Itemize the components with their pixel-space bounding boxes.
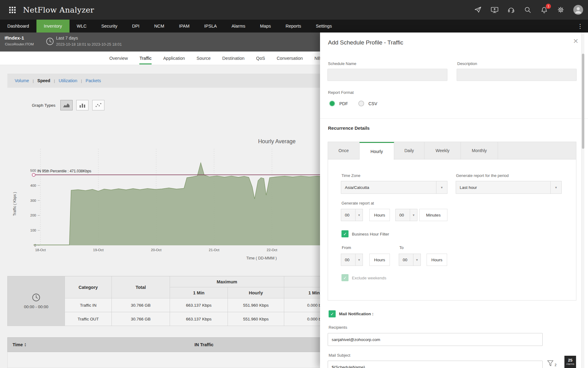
pdf-radio-label: PDF <box>339 101 348 106</box>
table-row-cell: 30.766 GB <box>112 312 170 326</box>
nav-item-wlc[interactable]: WLC <box>70 20 94 33</box>
recipients-input[interactable] <box>328 333 543 346</box>
notifications-bell-icon[interactable]: 1 <box>540 6 548 14</box>
mail-subject-label: Mail Subject <box>329 353 350 358</box>
search-icon[interactable] <box>524 6 532 14</box>
period-dropdown[interactable]: Last hour ▾ <box>456 181 562 194</box>
subtab-speed[interactable]: Speed <box>37 78 50 83</box>
recurrence-tab-weekly[interactable]: Weekly <box>424 142 461 159</box>
schedule-name-input[interactable] <box>327 69 447 81</box>
svg-text:Traffic ( Kbps ): Traffic ( Kbps ) <box>13 192 17 216</box>
recurrence-tab-once[interactable]: Once <box>328 142 360 159</box>
table-row-cell: 663.137 Kbps <box>170 298 228 312</box>
nav-item-reports[interactable]: Reports <box>278 20 309 33</box>
recurrence-tab-monthly[interactable]: Monthly <box>461 142 498 159</box>
support-headset-icon[interactable] <box>507 6 515 14</box>
generate-hours-select[interactable]: 00 ▾ <box>341 209 363 221</box>
tab-application[interactable]: Application <box>157 52 191 65</box>
close-icon[interactable]: × <box>573 37 578 45</box>
settings-gear-icon[interactable] <box>557 6 565 14</box>
csv-radio[interactable] <box>358 101 364 106</box>
subtab-volume[interactable]: Volume <box>15 78 29 83</box>
svg-text:20-Oct: 20-Oct <box>151 248 162 252</box>
svg-text:22-Oct: 22-Oct <box>267 248 277 252</box>
col-header-total: Total <box>112 276 170 298</box>
user-avatar[interactable] <box>573 5 583 15</box>
tab-source[interactable]: Source <box>191 52 217 65</box>
graph-type-scatter-button[interactable] <box>92 100 104 110</box>
report-format-label: Report Format <box>328 90 354 95</box>
subtab-utilization[interactable]: Utilization <box>59 78 77 83</box>
hours-unit-label: Hours <box>369 209 390 221</box>
mail-notification-checkbox[interactable]: ✓ <box>329 310 336 317</box>
chevron-down-icon: ▾ <box>413 254 420 266</box>
table-row-cell: 30.766 GB <box>112 298 170 312</box>
device-name: IfIndex-1 <box>5 35 24 41</box>
filter-count: 2 <box>555 363 556 367</box>
scrollbar-thumb[interactable] <box>582 54 584 149</box>
nav-item-ipsla[interactable]: IPSLA <box>197 20 224 33</box>
device-detail: CiscoRouter.ITOM <box>5 42 34 46</box>
nav-item-security[interactable]: Security <box>94 20 125 33</box>
mail-subject-input[interactable] <box>328 361 543 368</box>
alarm-filter-widget[interactable]: 2 <box>547 360 556 367</box>
recurrence-tabs: Once Hourly Daily Weekly Monthly <box>328 142 576 159</box>
graph-type-bar-button[interactable] <box>76 100 89 110</box>
to-hours-select[interactable]: 00 ▾ <box>399 254 421 266</box>
divider <box>320 118 588 119</box>
description-input[interactable] <box>457 69 577 81</box>
from-hours-select[interactable]: 00 ▾ <box>341 254 363 266</box>
nav-item-ipam[interactable]: IPAM <box>172 20 197 33</box>
tab-conversation[interactable]: Conversation <box>271 52 308 65</box>
nav-overflow-menu-icon[interactable]: ⋮ <box>572 20 588 33</box>
graph-type-area-button[interactable] <box>60 100 73 110</box>
exclude-weekends-checkbox[interactable]: ✓ <box>341 274 349 281</box>
tab-overview[interactable]: Overview <box>104 52 134 65</box>
hours-unit-label: Hours <box>369 254 390 266</box>
from-label: From <box>342 245 351 250</box>
minutes-unit-label: Minutes <box>419 209 447 221</box>
app-title: NetFlow Analyzer <box>23 6 94 14</box>
area-chart-icon <box>63 103 70 108</box>
csv-radio-label: CSV <box>368 101 377 106</box>
nav-item-settings[interactable]: Settings <box>308 20 339 33</box>
time-sort-header[interactable]: Time ▴▾ <box>13 342 26 347</box>
traffic-chart: 18-Oct19-Oct20-Oct21-Oct22-Oct0100200300… <box>7 127 350 262</box>
tab-destination[interactable]: Destination <box>217 52 251 65</box>
nav-item-ncm[interactable]: NCM <box>147 20 172 33</box>
svg-text:19-Oct: 19-Oct <box>93 248 104 252</box>
screen-demo-icon[interactable] <box>491 6 499 14</box>
generate-minutes-select[interactable]: 00 ▾ <box>395 209 417 221</box>
recurrence-tab-hourly[interactable]: Hourly <box>360 142 394 160</box>
nav-item-inventory[interactable]: Inventory <box>36 20 70 33</box>
recurrence-tab-daily[interactable]: Daily <box>394 142 424 159</box>
subtab-packets[interactable]: Packets <box>86 78 101 83</box>
table-time-cell: 00:00 - 00:00 <box>8 276 65 326</box>
description-label: Description <box>457 61 477 66</box>
generate-at-label: Generate report at <box>341 201 374 205</box>
svg-text:18-Oct: 18-Oct <box>35 248 46 252</box>
table-row-cell: 551.960 Kbps <box>228 298 284 312</box>
pdf-radio[interactable] <box>329 101 335 106</box>
nav-item-maps[interactable]: Maps <box>253 20 278 33</box>
time-range-label[interactable]: Last 7 days <box>56 36 78 40</box>
business-hour-filter-checkbox[interactable]: ✓ <box>341 230 349 237</box>
add-schedule-profile-panel: Add Schedule Profile - Traffic × Schedul… <box>320 33 588 368</box>
subtab-separator: | <box>81 79 82 83</box>
recurrence-heading: Recurrence Details <box>328 125 370 131</box>
chevron-down-icon: ▾ <box>355 209 363 221</box>
tab-qos[interactable]: QoS <box>250 52 271 65</box>
tab-traffic[interactable]: Traffic <box>134 52 157 65</box>
table-row-cell: Traffic OUT <box>65 312 112 326</box>
alarms-badge[interactable]: 25 Alarms <box>564 356 576 368</box>
apps-grid-icon[interactable] <box>9 7 16 13</box>
bar-chart-icon <box>79 103 86 108</box>
launch-paper-plane-icon[interactable] <box>474 6 482 14</box>
timezone-dropdown[interactable]: Asia/Calcutta ▾ <box>341 181 447 194</box>
nav-item-dpi[interactable]: DPI <box>125 20 147 33</box>
notification-count-badge: 1 <box>546 4 551 9</box>
nav-item-alarms[interactable]: Alarms <box>224 20 253 33</box>
mail-notification-label: Mail Notification : <box>339 312 374 316</box>
nav-item-dashboard[interactable]: Dashboard <box>0 20 36 33</box>
graph-types-label: Graph Types <box>32 103 55 108</box>
